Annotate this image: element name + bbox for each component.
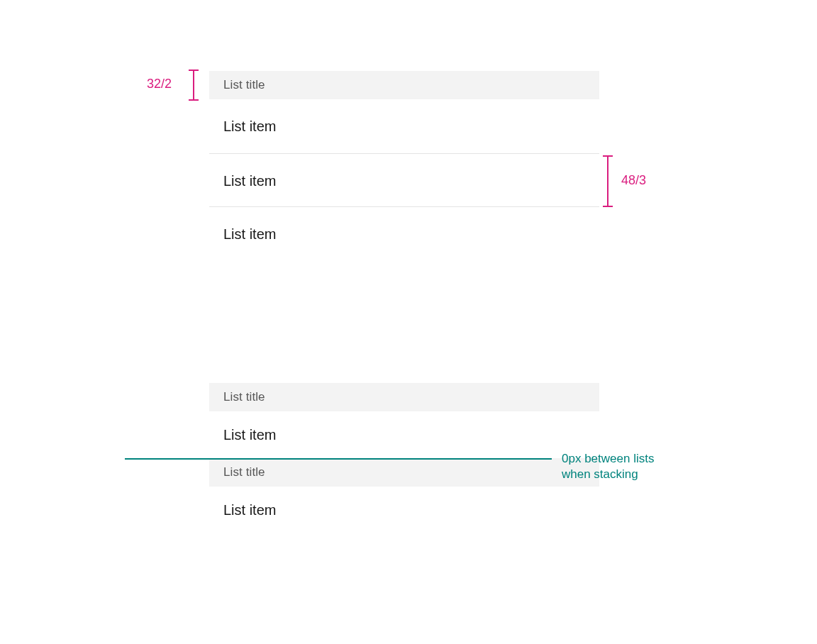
list-example-1: List title List item List item List item bbox=[209, 71, 599, 261]
list-title: List title bbox=[209, 71, 599, 99]
dimension-label-title: 32/2 bbox=[147, 77, 172, 91]
list-item: List item bbox=[209, 411, 599, 458]
list-item: List item bbox=[209, 99, 599, 153]
annotation-note-line1: 0px between lists bbox=[562, 452, 654, 465]
list-item: List item bbox=[209, 153, 599, 207]
list-item: List item bbox=[209, 487, 599, 533]
dimension-label-row: 48/3 bbox=[621, 173, 646, 188]
dimension-bracket-title bbox=[189, 70, 199, 101]
list-item: List item bbox=[209, 207, 599, 261]
spec-canvas: List title List item List item List item… bbox=[0, 0, 817, 644]
annotation-note-line2: when stacking bbox=[562, 467, 638, 481]
annotation-note: 0px between lists when stacking bbox=[562, 451, 654, 482]
dimension-bracket-row bbox=[603, 155, 613, 207]
list-title: List title bbox=[209, 383, 599, 411]
annotation-rule-line bbox=[125, 458, 552, 460]
list-title: List title bbox=[209, 458, 599, 487]
